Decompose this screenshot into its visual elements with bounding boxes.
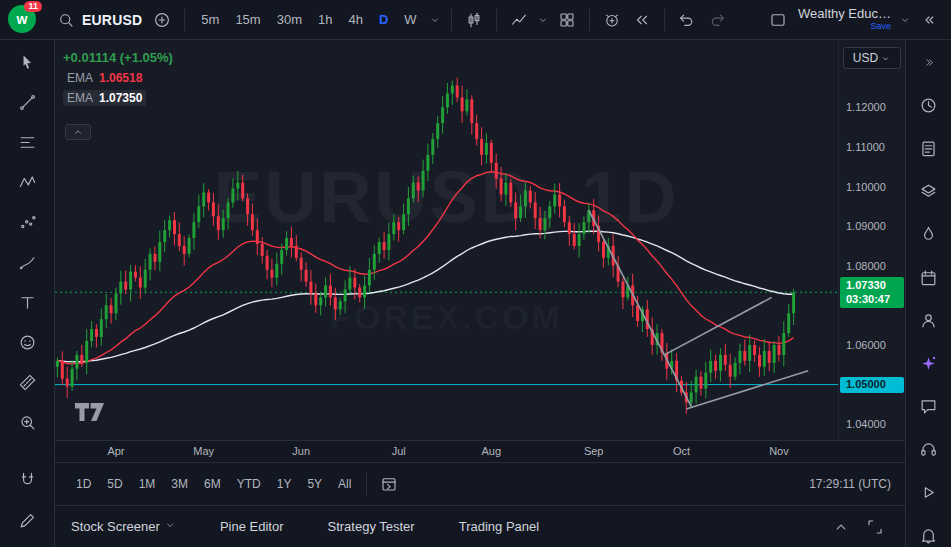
hotlist-icon[interactable] <box>915 220 943 248</box>
chevron-down-icon <box>880 53 891 64</box>
compare-add-icon[interactable] <box>148 6 176 34</box>
alert-clock-icon[interactable] <box>915 91 943 119</box>
object-tree-icon[interactable] <box>915 177 943 205</box>
time-axis[interactable]: AprMayJunJulAugSepOctNov <box>55 440 905 462</box>
zoom-icon[interactable] <box>13 408 41 436</box>
bar-countdown: 03:30:47 <box>846 292 904 306</box>
timeframe-1h[interactable]: 1h <box>312 8 338 31</box>
ai-sparkle-icon[interactable] <box>915 349 943 377</box>
legend-collapse-button[interactable] <box>65 124 91 140</box>
magnet-icon[interactable] <box>13 466 41 494</box>
price-tick: 1.04000 <box>846 418 886 430</box>
bar-replay-icon[interactable] <box>628 6 656 34</box>
month-tick: Aug <box>482 445 502 457</box>
divider <box>496 9 497 31</box>
ruler-icon[interactable] <box>13 368 41 396</box>
calendar-icon[interactable] <box>915 263 943 291</box>
timeframe-chevron-icon[interactable] <box>427 12 443 28</box>
range-1y[interactable]: 1Y <box>270 473 299 495</box>
chart-legend: +0.01114 (+1.05%) EMA1.06518EMA1.07350 <box>63 50 173 106</box>
create-alert-icon[interactable] <box>598 6 626 34</box>
main-column: EURUSD, 1D FOREX.COM +0.01114 (+1.05%) E… <box>55 40 905 547</box>
indicator-row[interactable]: EMA1.06518 <box>63 70 146 86</box>
price-tick: 1.08000 <box>846 260 886 272</box>
range-3m[interactable]: 3M <box>164 473 195 495</box>
divider <box>184 9 185 31</box>
tab-pine-editor[interactable]: Pine Editor <box>220 519 284 534</box>
indicator-row[interactable]: EMA1.07350 <box>63 90 146 106</box>
tab-trading-panel[interactable]: Trading Panel <box>459 519 539 534</box>
month-tick: Oct <box>673 445 690 457</box>
range-1m[interactable]: 1M <box>132 473 163 495</box>
symbol-search-button[interactable]: EURUSD <box>48 4 146 36</box>
tab-label: Trading Panel <box>459 519 539 534</box>
save-button[interactable]: Save <box>870 22 891 32</box>
brush-icon[interactable] <box>13 248 41 276</box>
app-logo[interactable]: w 11 <box>8 5 40 35</box>
panel-expand-icon[interactable] <box>827 513 855 541</box>
journal-icon[interactable] <box>915 134 943 162</box>
support-icon[interactable] <box>915 435 943 463</box>
goto-date-icon[interactable] <box>375 470 403 498</box>
chart-area: EURUSD, 1D FOREX.COM +0.01114 (+1.05%) E… <box>55 40 905 440</box>
panel-maximize-icon[interactable] <box>861 513 889 541</box>
collapse-toolbar-icon[interactable] <box>915 6 943 34</box>
indicators-chevron-icon[interactable] <box>535 12 551 28</box>
tab-label: Pine Editor <box>220 519 284 534</box>
month-tick: Apr <box>107 445 124 457</box>
timeframe-15m[interactable]: 15m <box>229 8 266 31</box>
price-tick: 1.09000 <box>846 220 886 232</box>
indicators-icon[interactable] <box>505 6 533 34</box>
range-5d[interactable]: 5D <box>100 473 129 495</box>
range-6m[interactable]: 6M <box>197 473 228 495</box>
currency-value: USD <box>853 51 878 65</box>
timeframe-w[interactable]: W <box>398 8 422 31</box>
range-all[interactable]: All <box>331 473 358 495</box>
month-tick: Jun <box>292 445 310 457</box>
cursor-icon[interactable] <box>13 48 41 76</box>
price-tick: 1.06000 <box>846 339 886 351</box>
fib-lines-icon[interactable] <box>13 128 41 156</box>
range-ytd[interactable]: YTD <box>230 473 268 495</box>
notifications-icon[interactable] <box>915 521 943 547</box>
last-price-value: 1.07330 <box>846 278 904 292</box>
chat-icon[interactable] <box>915 392 943 420</box>
redo-icon[interactable] <box>703 6 731 34</box>
layout-grid-icon[interactable] <box>553 6 581 34</box>
profile-icon[interactable] <box>915 306 943 334</box>
forecast-icon[interactable] <box>13 208 41 236</box>
collapse-icon[interactable] <box>915 48 943 76</box>
range-5y[interactable]: 5Y <box>300 473 329 495</box>
emoji-icon[interactable] <box>13 328 41 356</box>
account-menu[interactable]: Wealthy Educ… Save <box>798 7 891 32</box>
timeframe-5m[interactable]: 5m <box>195 8 225 31</box>
text-icon[interactable] <box>13 288 41 316</box>
footer-right-controls <box>827 513 889 541</box>
timeframe-list: 5m15m30m1h4hDW <box>195 8 422 31</box>
price-axis[interactable]: USD 1.07330 03:30:47 1.05000 1.120001.11… <box>838 40 905 440</box>
divider <box>664 9 665 31</box>
indicator-value: 1.06518 <box>99 71 142 85</box>
month-tick: Nov <box>769 445 789 457</box>
tab-stock-screener[interactable]: Stock Screener <box>71 519 176 534</box>
tradingview-logo[interactable] <box>75 402 105 422</box>
chevron-down-icon <box>164 519 176 534</box>
undo-icon[interactable] <box>673 6 701 34</box>
edit-icon[interactable] <box>13 506 41 534</box>
timeframe-d[interactable]: D <box>373 8 394 31</box>
tab-strategy-tester[interactable]: Strategy Tester <box>327 519 414 534</box>
tab-label: Strategy Tester <box>327 519 414 534</box>
timeframe-30m[interactable]: 30m <box>271 8 308 31</box>
chart-type-icon[interactable] <box>460 6 488 34</box>
layout-select-icon[interactable] <box>764 6 792 34</box>
indicator-legend: EMA1.06518EMA1.07350 <box>63 70 173 106</box>
footer-tab-list: Stock ScreenerPine EditorStrategy Tester… <box>71 519 539 534</box>
account-chevron-icon[interactable] <box>897 12 913 28</box>
price-tick: 1.10000 <box>846 181 886 193</box>
trend-line-icon[interactable] <box>13 88 41 116</box>
xabcd-pattern-icon[interactable] <box>13 168 41 196</box>
publish-icon[interactable] <box>915 478 943 506</box>
timeframe-4h[interactable]: 4h <box>342 8 368 31</box>
range-1d[interactable]: 1D <box>69 473 98 495</box>
currency-select[interactable]: USD <box>843 47 901 69</box>
